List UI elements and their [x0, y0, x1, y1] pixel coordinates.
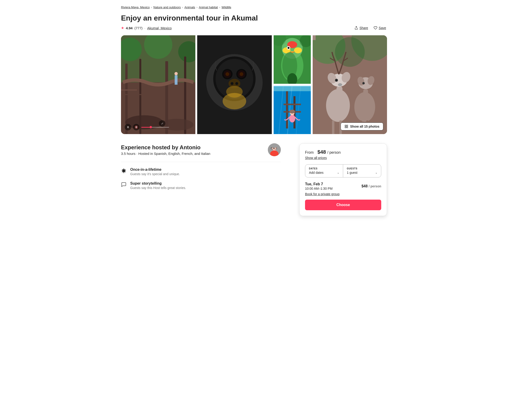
breadcrumb-item-wildlife[interactable]: Wildlife [221, 6, 231, 9]
feature-once-lifetime-text: Once-in-a-lifetime Guests say it's speci… [130, 168, 180, 176]
show-all-photos-button[interactable]: Show all 15 photos [341, 123, 383, 130]
svg-rect-61 [336, 86, 343, 104]
host-title: Experience hosted by Antonio [121, 144, 210, 151]
photo-main: ⏸ 🔇 ⤢ [121, 35, 195, 134]
progress-dot [150, 126, 152, 128]
progress-fill [141, 127, 150, 128]
svg-rect-49 [284, 104, 301, 105]
photo-deer-background [313, 35, 387, 134]
private-group-link[interactable]: Book for a private group [305, 192, 381, 196]
dates-placeholder: Add dates [309, 171, 323, 175]
photo-monkey [197, 35, 272, 134]
breadcrumb-item-habitat[interactable]: Animal habitat [199, 6, 218, 9]
svg-point-25 [240, 72, 243, 76]
dates-label: DATES [309, 167, 339, 170]
svg-point-36 [294, 48, 302, 53]
booking-card: From $48 / person Show all prices DATES … [299, 143, 387, 216]
guests-value-row: 1 guest ⌄ [347, 171, 377, 175]
svg-point-58 [335, 37, 365, 67]
breadcrumb-sep-2: › [182, 6, 183, 9]
feature-storytelling-title: Super storytelling [130, 181, 186, 185]
host-row: Experience hosted by Antonio 3.5 hours ·… [121, 143, 281, 162]
chat-icon [121, 182, 127, 189]
save-button[interactable]: Save [373, 25, 387, 31]
share-icon [354, 26, 358, 30]
feature-once-lifetime-title: Once-in-a-lifetime [130, 168, 180, 172]
rating-row: ★ 4.94 (777) · Akumal, Mexico Share Save [121, 25, 387, 31]
star-icon: ★ [121, 26, 124, 30]
breadcrumb-item-nature[interactable]: Nature and outdoors [153, 6, 181, 9]
guests-chevron-icon: ⌄ [375, 171, 377, 174]
action-buttons: Share Save [353, 25, 387, 31]
feature-storytelling-text: Super storytelling Guests say this Host … [130, 181, 186, 190]
sparkle-icon [121, 168, 127, 175]
photo-main-background [121, 35, 195, 134]
price-row: From $48 / person [305, 149, 381, 155]
host-avatar-image [268, 143, 281, 156]
show-all-photos-label: Show all 15 photos [350, 125, 379, 128]
svg-point-66 [336, 80, 337, 81]
pause-button[interactable]: ⏸ [125, 124, 131, 130]
photo-diver [274, 86, 311, 134]
slot-price: $48 [361, 184, 368, 188]
breadcrumb-sep-1: › [151, 6, 152, 9]
video-progress [141, 127, 169, 128]
guests-selector[interactable]: GUESTS 1 guest ⌄ [343, 164, 381, 177]
photo-grid: ⏸ 🔇 ⤢ [121, 35, 387, 134]
breadcrumb-item-animals[interactable]: Animals [185, 6, 195, 9]
features: Once-in-a-lifetime Guests say it's speci… [121, 168, 281, 190]
svg-point-73 [362, 82, 365, 84]
location-link[interactable]: Akumal, Mexico [147, 26, 172, 30]
svg-rect-74 [332, 120, 334, 134]
svg-rect-14 [175, 75, 177, 85]
svg-rect-13 [121, 94, 149, 95]
slot-price-unit: / person [369, 184, 381, 188]
svg-rect-69 [363, 89, 368, 106]
expand-button[interactable]: ⤢ [159, 120, 165, 127]
selector-row: DATES Add dates ⌄ GUESTS 1 guest ⌄ [305, 164, 381, 177]
time-slot-amount: $48 / person [361, 184, 381, 188]
dates-chevron-icon: ⌄ [337, 171, 339, 174]
svg-rect-80 [347, 125, 348, 126]
svg-rect-47 [286, 91, 288, 129]
breadcrumb-sep-3: › [196, 6, 197, 9]
save-label: Save [379, 26, 386, 30]
svg-point-27 [231, 82, 233, 85]
svg-point-28 [235, 82, 238, 85]
photo-diver-background [274, 86, 311, 134]
host-meta: 3.5 hours · Hosted in Spanish, English, … [121, 152, 210, 155]
video-controls: ⏸ 🔇 ⤢ [125, 124, 169, 130]
price-unit: / person [328, 150, 341, 155]
svg-point-24 [226, 72, 229, 76]
left-content: Experience hosted by Antonio 3.5 hours ·… [121, 143, 281, 190]
rating-dot: · [144, 26, 145, 30]
breadcrumb-sep-4: › [219, 6, 220, 9]
booking-selectors: DATES Add dates ⌄ GUESTS 1 guest ⌄ [305, 164, 381, 177]
content-layout: Experience hosted by Antonio 3.5 hours ·… [121, 143, 387, 216]
host-avatar [268, 143, 281, 156]
progress-bar[interactable] [141, 127, 169, 128]
choose-button[interactable]: Choose [305, 200, 381, 210]
dates-value: Add dates ⌄ [309, 171, 339, 175]
svg-point-89 [272, 145, 277, 148]
svg-rect-79 [345, 125, 346, 126]
show-all-prices-link[interactable]: Show all prices [305, 156, 381, 160]
photo-monkey-background [197, 35, 272, 134]
svg-rect-82 [345, 127, 346, 128]
svg-point-38 [287, 47, 290, 49]
mute-button[interactable]: 🔇 [133, 124, 140, 130]
photo-parrot [274, 35, 311, 84]
feature-storytelling-desc: Guests say this Host tells great stories… [130, 186, 186, 190]
time-slot-time: 10:00 AM–1:30 PM [305, 187, 333, 190]
heart-icon [374, 26, 377, 30]
feature-storytelling: Super storytelling Guests say this Host … [121, 181, 281, 190]
dates-selector[interactable]: DATES Add dates ⌄ [305, 164, 343, 177]
share-button[interactable]: Share [353, 25, 369, 31]
svg-point-53 [289, 110, 295, 114]
time-slot-date: Tue, Feb 7 [305, 182, 333, 186]
feature-once-lifetime: Once-in-a-lifetime Guests say it's speci… [121, 168, 281, 176]
photo-deer [313, 35, 387, 134]
page-title: Enjoy an environmental tour in Akumal [121, 14, 258, 22]
rating-value: 4.94 [126, 26, 133, 30]
breadcrumb-item-riviera[interactable]: Riviera Maya, Mexico [121, 6, 150, 9]
